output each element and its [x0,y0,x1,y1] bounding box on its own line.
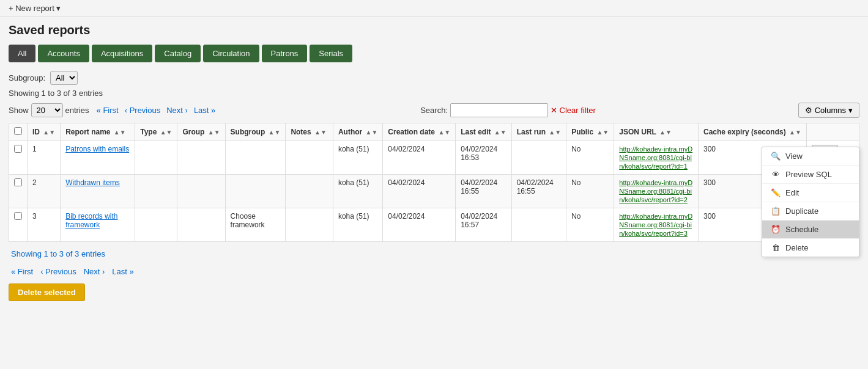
next-link-top[interactable]: Next › [164,104,190,116]
menu-item-edit[interactable]: ✏️ Edit [762,184,859,202]
tab-circulation[interactable]: Circulation [203,45,259,62]
json-url-link-2[interactable]: http://kohadev-intra.myDNSname.org:8081/… [619,179,692,203]
tab-acquisitions[interactable]: Acquisitions [92,45,152,62]
tab-all[interactable]: All [9,45,35,62]
subgroup-select[interactable]: All [50,71,78,85]
row-subgroup [225,175,286,208]
menu-item-duplicate[interactable]: 📋 Duplicate [762,202,859,221]
next-link-bottom[interactable]: Next › [81,266,108,277]
row-checkbox-1[interactable] [14,145,22,153]
top-bar: + New report ▾ [0,0,868,17]
sort-notes-icon: ▲▼ [314,129,327,136]
sort-lastedit-icon: ▲▼ [494,129,506,136]
th-author[interactable]: Author ▲▼ [333,123,382,141]
select-all-checkbox[interactable] [14,127,22,135]
th-last-run[interactable]: Last run ▲▼ [511,123,566,141]
row-checkbox-2[interactable] [14,178,22,186]
row-checkbox-cell [9,175,28,208]
th-report-name[interactable]: Report name ▲▼ [61,123,135,141]
menu-edit-label: Edit [785,188,799,197]
row-group [177,208,225,242]
entries-label: entries [65,106,89,115]
th-last-edit[interactable]: Last edit ▲▼ [456,123,511,141]
th-group[interactable]: Group ▲▼ [177,123,225,141]
tab-serials[interactable]: Serials [310,45,352,62]
row-author: koha (51) [333,208,382,242]
columns-chevron-icon: ▾ [848,106,853,115]
search-input[interactable] [450,103,548,117]
sort-lastrun-icon: ▲▼ [549,129,561,136]
row-checkbox-3[interactable] [14,212,22,220]
report-name-link-1[interactable]: Patrons with emails [65,145,129,153]
row-report-name: Patrons with emails [61,141,135,175]
row-id: 3 [28,208,61,242]
action-dropdown-menu: 🔍 View 👁 Preview SQL ✏️ Edit 📋 Duplicate… [762,147,859,257]
report-name-link-2[interactable]: Withdrawn items [65,178,120,187]
row-group [177,141,225,175]
sort-creation-icon: ▲▼ [438,129,450,136]
search-label: Search: [420,106,448,115]
th-subgroup[interactable]: Subgroup ▲▼ [225,123,286,141]
menu-item-view[interactable]: 🔍 View [762,147,859,166]
menu-duplicate-label: Duplicate [785,206,818,216]
top-pagination: « First ‹ Previous Next › Last » [94,104,218,116]
sort-group-icon: ▲▼ [208,129,220,136]
row-creation-date: 04/02/2024 [383,175,456,208]
th-notes[interactable]: Notes ▲▼ [286,123,333,141]
first-link-bottom[interactable]: « First [9,266,35,277]
last-link-top[interactable]: Last » [191,104,218,116]
menu-item-delete[interactable]: 🗑 Delete [762,239,859,257]
tab-patrons[interactable]: Patrons [262,45,308,62]
sort-subgroup-icon: ▲▼ [269,129,281,136]
columns-button[interactable]: ⚙ Columns ▾ [798,103,859,118]
page-title: Saved reports [9,23,859,37]
row-notes [286,175,333,208]
sort-cache-icon: ▲▼ [789,129,801,136]
th-public[interactable]: Public ▲▼ [566,123,614,141]
row-last-run [511,208,566,242]
controls-row: Show 10 20 50 100 entries « First ‹ Prev… [9,103,859,118]
row-subgroup: Choose framework [225,208,286,242]
reports-table: ID ▲▼ Report name ▲▼ Type ▲▼ Group ▲▼ Su… [9,123,859,242]
previous-link-bottom[interactable]: ‹ Previous [38,266,79,277]
sort-jsonurl-icon: ▲▼ [659,129,672,136]
json-url-link-1[interactable]: http://kohadev-intra.myDNSname.org:8081/… [619,145,692,170]
subgroup-label: Subgroup: [9,73,45,82]
entries-per-page-select[interactable]: 10 20 50 100 [31,103,63,117]
th-json-url[interactable]: JSON URL ▲▼ [614,123,699,141]
row-notes [286,141,333,175]
json-url-link-3[interactable]: http://kohadev-intra.myDNSname.org:8081/… [619,213,692,237]
th-type[interactable]: Type ▲▼ [135,123,177,141]
row-checkbox-cell [9,208,28,242]
last-link-bottom[interactable]: Last » [109,266,136,277]
tab-accounts[interactable]: Accounts [38,45,89,62]
delete-icon: 🗑 [771,243,781,252]
menu-item-schedule[interactable]: ⏰ Schedule [762,221,859,239]
th-actions [806,123,859,141]
menu-view-label: View [785,152,803,161]
row-group [177,175,225,208]
row-subgroup [225,141,286,175]
previous-link-top[interactable]: ‹ Previous [122,104,163,116]
th-id[interactable]: ID ▲▼ [28,123,61,141]
clear-filter-link[interactable]: ✕ Clear filter [551,106,596,115]
menu-item-preview-sql[interactable]: 👁 Preview SQL [762,166,859,184]
row-json-url: http://kohadev-intra.myDNSname.org:8081/… [614,175,699,208]
menu-schedule-label: Schedule [785,225,818,234]
tab-catalog[interactable]: Catalog [155,45,201,62]
row-last-edit: 04/02/2024 16:55 [456,175,511,208]
new-report-button[interactable]: + New report ▾ [9,4,61,13]
first-link-top[interactable]: « First [94,104,121,116]
sort-type-icon: ▲▼ [160,129,172,136]
schedule-icon: ⏰ [771,225,781,234]
th-creation-date[interactable]: Creation date ▲▼ [383,123,456,141]
tabs-container: All Accounts Acquisitions Catalog Circul… [9,45,859,62]
row-report-name: Bib records with framework [61,208,135,242]
report-name-link-3[interactable]: Bib records with framework [65,212,117,229]
bottom-showing-text: Showing 1 to 3 of 3 entries [9,248,108,260]
th-cache-expiry[interactable]: Cache expiry (seconds) ▲▼ [698,123,806,141]
row-creation-date: 04/02/2024 [383,141,456,175]
delete-selected-button[interactable]: Delete selected [9,283,85,301]
th-checkbox [9,123,28,141]
row-notes [286,208,333,242]
